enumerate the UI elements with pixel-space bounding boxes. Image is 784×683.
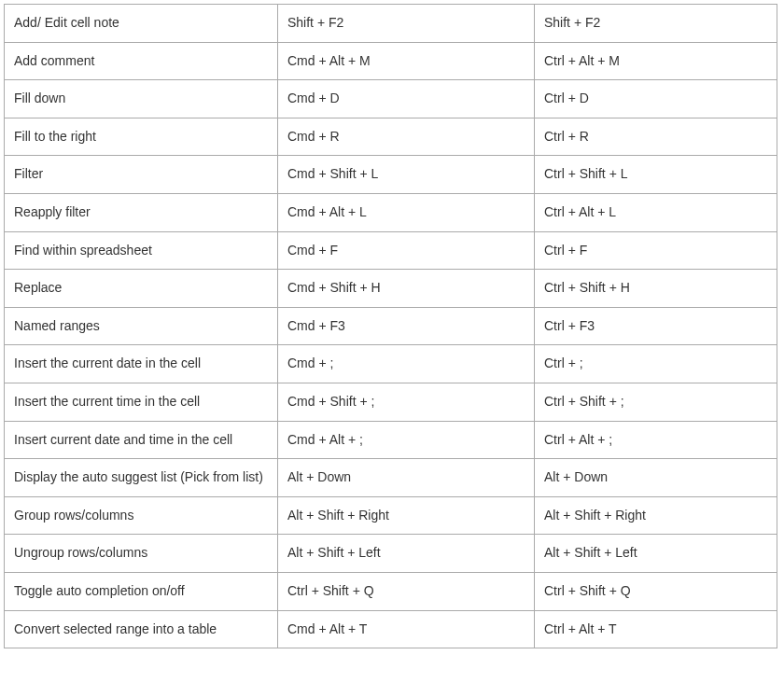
action-cell: Named ranges xyxy=(5,307,278,345)
win-shortcut-cell: Ctrl + Alt + ; xyxy=(535,421,777,459)
mac-shortcut-cell: Cmd + Alt + M xyxy=(278,42,535,80)
action-cell: Find within spreadsheet xyxy=(5,231,278,270)
table-row: Fill downCmd + DCtrl + D xyxy=(5,80,777,118)
action-cell: Fill down xyxy=(5,80,278,118)
win-shortcut-cell: Ctrl + R xyxy=(535,118,777,156)
action-cell: Convert selected range into a table xyxy=(5,610,278,648)
mac-shortcut-cell: Cmd + Shift + ; xyxy=(278,383,535,421)
win-shortcut-cell: Ctrl + Alt + M xyxy=(535,42,777,80)
mac-shortcut-cell: Cmd + F3 xyxy=(278,307,535,345)
action-cell: Insert the current date in the cell xyxy=(5,345,278,383)
win-shortcut-cell: Alt + Shift + Left xyxy=(535,535,777,573)
table-row: Reapply filterCmd + Alt + LCtrl + Alt + … xyxy=(5,193,777,231)
mac-shortcut-cell: Alt + Down xyxy=(278,459,535,497)
mac-shortcut-cell: Cmd + Alt + T xyxy=(278,610,535,648)
win-shortcut-cell: Alt + Shift + Right xyxy=(535,496,777,535)
win-shortcut-cell: Ctrl + F3 xyxy=(535,307,777,345)
table-row: Add/ Edit cell noteShift + F2Shift + F2 xyxy=(5,5,777,43)
table-row: Insert the current time in the cellCmd +… xyxy=(5,383,777,421)
action-cell: Replace xyxy=(5,270,278,308)
action-cell: Insert the current time in the cell xyxy=(5,383,278,421)
action-cell: Reapply filter xyxy=(5,193,278,231)
table-row: Group rows/columnsAlt + Shift + RightAlt… xyxy=(5,496,777,535)
mac-shortcut-cell: Cmd + Alt + L xyxy=(278,193,535,231)
action-cell: Add comment xyxy=(5,42,278,80)
table-row: Fill to the rightCmd + RCtrl + R xyxy=(5,118,777,156)
shortcuts-tbody: Add/ Edit cell noteShift + F2Shift + F2 … xyxy=(5,5,777,648)
table-row: Find within spreadsheetCmd + FCtrl + F xyxy=(5,231,777,270)
table-row: Convert selected range into a tableCmd +… xyxy=(5,610,777,648)
mac-shortcut-cell: Cmd + Alt + ; xyxy=(278,421,535,459)
action-cell: Ungroup rows/columns xyxy=(5,535,278,573)
mac-shortcut-cell: Ctrl + Shift + Q xyxy=(278,572,535,610)
mac-shortcut-cell: Cmd + D xyxy=(278,80,535,118)
win-shortcut-cell: Ctrl + F xyxy=(535,231,777,270)
mac-shortcut-cell: Alt + Shift + Right xyxy=(278,496,535,535)
win-shortcut-cell: Ctrl + Alt + T xyxy=(535,610,777,648)
action-cell: Fill to the right xyxy=(5,118,278,156)
table-row: Toggle auto completion on/offCtrl + Shif… xyxy=(5,572,777,610)
table-row: Display the auto suggest list (Pick from… xyxy=(5,459,777,497)
mac-shortcut-cell: Cmd + R xyxy=(278,118,535,156)
win-shortcut-cell: Ctrl + Alt + L xyxy=(535,193,777,231)
mac-shortcut-cell: Cmd + Shift + H xyxy=(278,270,535,308)
action-cell: Filter xyxy=(5,156,278,194)
win-shortcut-cell: Alt + Down xyxy=(535,459,777,497)
table-row: FilterCmd + Shift + LCtrl + Shift + L xyxy=(5,156,777,194)
table-row: Insert current date and time in the cell… xyxy=(5,421,777,459)
table-row: Insert the current date in the cellCmd +… xyxy=(5,345,777,383)
table-row: Named rangesCmd + F3Ctrl + F3 xyxy=(5,307,777,345)
action-cell: Toggle auto completion on/off xyxy=(5,572,278,610)
table-row: Ungroup rows/columnsAlt + Shift + LeftAl… xyxy=(5,535,777,573)
action-cell: Insert current date and time in the cell xyxy=(5,421,278,459)
win-shortcut-cell: Ctrl + ; xyxy=(535,345,777,383)
win-shortcut-cell: Ctrl + Shift + H xyxy=(535,270,777,308)
win-shortcut-cell: Ctrl + D xyxy=(535,80,777,118)
mac-shortcut-cell: Cmd + ; xyxy=(278,345,535,383)
table-row: ReplaceCmd + Shift + HCtrl + Shift + H xyxy=(5,270,777,308)
action-cell: Add/ Edit cell note xyxy=(5,5,278,43)
mac-shortcut-cell: Cmd + F xyxy=(278,231,535,270)
table-row: Add commentCmd + Alt + MCtrl + Alt + M xyxy=(5,42,777,80)
win-shortcut-cell: Ctrl + Shift + Q xyxy=(535,572,777,610)
win-shortcut-cell: Shift + F2 xyxy=(535,5,777,43)
win-shortcut-cell: Ctrl + Shift + ; xyxy=(535,383,777,421)
win-shortcut-cell: Ctrl + Shift + L xyxy=(535,156,777,194)
action-cell: Group rows/columns xyxy=(5,496,278,535)
mac-shortcut-cell: Alt + Shift + Left xyxy=(278,535,535,573)
mac-shortcut-cell: Shift + F2 xyxy=(278,5,535,43)
shortcuts-table: Add/ Edit cell noteShift + F2Shift + F2 … xyxy=(4,4,777,648)
mac-shortcut-cell: Cmd + Shift + L xyxy=(278,156,535,194)
action-cell: Display the auto suggest list (Pick from… xyxy=(5,459,278,497)
